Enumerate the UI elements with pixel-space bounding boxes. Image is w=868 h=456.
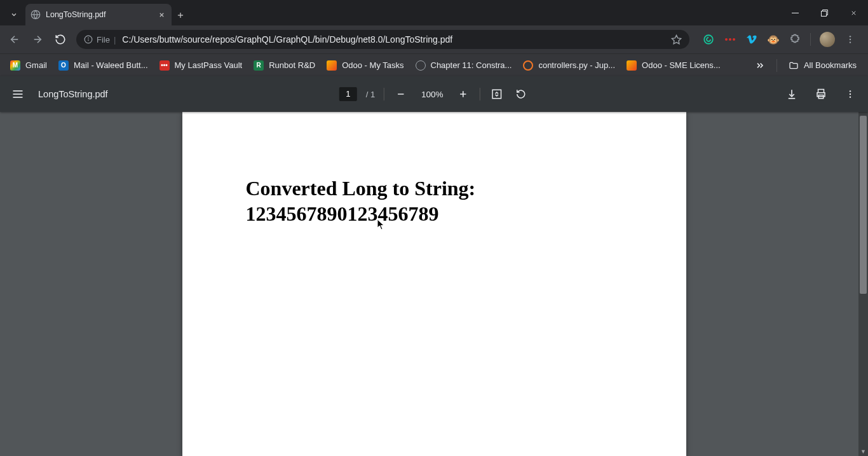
pdf-zoom-level[interactable]: 100% [417, 90, 447, 99]
generic-bookmark-icon [416, 60, 426, 71]
url-text: C:/Users/buttw/source/repos/GraphQL/Grap… [122, 34, 671, 45]
bookmark-label: Odoo - SME Licens... [642, 60, 721, 70]
kebab-icon [845, 89, 855, 99]
toolbar-separator [810, 33, 811, 46]
pdf-rotate-button[interactable] [513, 86, 529, 102]
pdf-text-line-2: 1234567890123456789 [246, 202, 439, 225]
maximize-icon [821, 10, 828, 17]
pdf-page-total: / 1 [366, 90, 375, 99]
svg-rect-29 [492, 90, 501, 99]
odoo-icon [627, 60, 637, 71]
arrow-right-icon [32, 34, 43, 45]
profile-avatar-button[interactable] [820, 32, 835, 47]
pdf-toolbar-right [784, 86, 858, 102]
bookmark-gmail[interactable]: M Gmail [5, 58, 52, 73]
bookmark-label: controllers.py - Jup... [538, 60, 615, 70]
extension-grammarly-icon[interactable] [702, 33, 715, 46]
extension-monkey-icon[interactable]: 🐵 [767, 33, 780, 46]
bookmark-outlook[interactable]: O Mail - Waleed Butt... [53, 58, 153, 73]
svg-marker-15 [672, 35, 681, 43]
nav-back-button[interactable] [4, 29, 25, 50]
bookmark-label: Mail - Waleed Butt... [74, 60, 148, 70]
svg-point-22 [850, 41, 851, 43]
vertical-scrollbar[interactable]: ▼ [858, 112, 868, 456]
hamburger-icon [11, 88, 24, 100]
svg-point-14 [88, 38, 89, 38]
extension-vimeo-icon[interactable] [745, 33, 758, 46]
fit-to-page-icon [491, 88, 503, 100]
bookmark-label: Odoo - My Tasks [342, 60, 403, 70]
bookmark-lastpass[interactable]: ••• My LastPass Vault [154, 58, 248, 73]
kebab-icon [845, 34, 855, 45]
bookmark-star-button[interactable] [671, 34, 682, 45]
all-bookmarks-button[interactable]: All Bookmarks [782, 60, 863, 71]
pdf-filename: LongToString.pdf [38, 89, 108, 99]
pdf-page-input[interactable]: 1 [339, 87, 357, 101]
tabs-dropdown-button[interactable] [5, 4, 23, 25]
plus-icon [458, 89, 468, 99]
pdf-more-button[interactable] [843, 86, 858, 102]
pdf-download-button[interactable] [784, 86, 799, 102]
lastpass-icon: ••• [159, 60, 170, 71]
pdf-content-heading: Converted Long to String: 12345678901234… [246, 176, 623, 226]
pdf-toolbar: LongToString.pdf 1 / 1 100% [0, 76, 868, 112]
tab-strip: LongToString.pdf [0, 0, 868, 25]
tab-close-button[interactable] [156, 10, 166, 20]
window-maximize-button[interactable] [810, 0, 839, 25]
rotate-icon [515, 88, 527, 100]
extension-lastpass-icon[interactable] [724, 33, 736, 46]
toolbar: File | C:/Users/buttw/source/repos/Graph… [0, 25, 868, 53]
print-icon [815, 88, 827, 100]
outlook-icon: O [58, 60, 69, 71]
bookmark-label: Runbot R&D [269, 60, 315, 70]
scrollbar-down-arrow[interactable]: ▼ [858, 446, 868, 456]
reload-button[interactable] [50, 29, 71, 50]
globe-icon [31, 10, 41, 20]
chevron-down-icon [10, 11, 18, 18]
svg-point-18 [729, 38, 731, 41]
bookmark-odoo-sme[interactable]: Odoo - SME Licens... [621, 58, 726, 73]
pdf-page: Converted Long to String: 12345678901234… [182, 112, 686, 456]
pdf-viewport[interactable]: Converted Long to String: 12345678901234… [0, 112, 868, 456]
nav-forward-button[interactable] [27, 29, 48, 50]
browser-menu-button[interactable] [844, 33, 857, 46]
close-icon [158, 11, 165, 18]
bookmark-odoo-tasks[interactable]: Odoo - My Tasks [322, 58, 409, 73]
svg-point-21 [850, 39, 851, 40]
pdf-sidebar-toggle[interactable] [10, 86, 25, 102]
bookmark-label: Gmail [25, 60, 47, 70]
bookmarks-separator [776, 59, 777, 72]
svg-point-33 [850, 90, 851, 92]
odoo-icon [327, 60, 337, 71]
bookmark-jupyter[interactable]: controllers.py - Jup... [518, 58, 620, 73]
info-icon [84, 35, 93, 44]
reload-icon [55, 34, 66, 45]
bookmark-runbot[interactable]: R Runbot R&D [248, 58, 320, 73]
pdf-print-button[interactable] [813, 86, 829, 102]
browser-tab[interactable]: LongToString.pdf [25, 4, 172, 25]
address-bar[interactable]: File | C:/Users/buttw/source/repos/Graph… [76, 30, 689, 49]
new-tab-button[interactable] [172, 5, 189, 25]
svg-point-17 [725, 38, 728, 41]
pdf-fit-button[interactable] [489, 86, 505, 102]
minus-icon [396, 89, 406, 99]
pdf-toolbar-center: 1 / 1 100% [339, 86, 529, 102]
pdf-zoom-in-button[interactable] [456, 86, 471, 102]
svg-point-34 [850, 93, 851, 95]
bookmark-chapter11[interactable]: Chapter 11: Constra... [410, 58, 517, 73]
folder-icon [789, 60, 799, 71]
pdf-zoom-out-button[interactable] [393, 86, 409, 102]
runbot-icon: R [254, 60, 264, 71]
jupyter-icon [523, 60, 533, 71]
bookmarks-overflow-button[interactable] [749, 60, 771, 71]
bookmark-label: Chapter 11: Constra... [431, 60, 512, 70]
extensions-area: 🐵 [695, 32, 864, 47]
window-minimize-button[interactable] [780, 0, 810, 25]
window-close-button[interactable] [839, 0, 868, 25]
arrow-left-icon [9, 34, 20, 45]
scrollbar-thumb[interactable] [860, 116, 867, 294]
extensions-puzzle-button[interactable] [789, 33, 801, 46]
all-bookmarks-label: All Bookmarks [804, 60, 857, 70]
window-controls [780, 0, 868, 25]
close-icon [850, 10, 857, 17]
